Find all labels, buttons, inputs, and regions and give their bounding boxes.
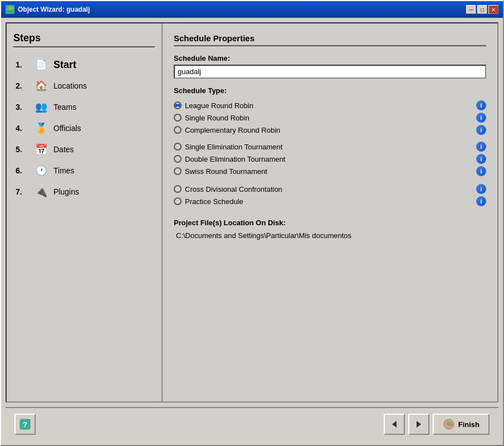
radio-cross-divisional[interactable] — [174, 185, 182, 193]
radio-left-double-elim: Double Elimination Tournament — [174, 155, 285, 163]
radio-row-cross: Cross Divisional Confrontation i — [174, 183, 486, 195]
sidebar-item-start[interactable]: 1. 📄 Start — [13, 54, 155, 75]
section-title: Schedule Properties — [174, 33, 486, 46]
main-window: 🧩 Object Wizard: guadalj ─ □ ✕ Steps 1. … — [0, 0, 504, 446]
finish-icon: 🏁 — [443, 418, 455, 430]
times-icon: 🕐 — [33, 163, 49, 178]
radio-complementary-round-robin[interactable] — [174, 126, 182, 134]
radio-label-single: Single Round Robin — [185, 114, 249, 122]
radio-label-league: League Round Robin — [185, 101, 253, 110]
svg-marker-3 — [417, 421, 421, 428]
finish-label: Finish — [458, 420, 479, 429]
radio-left-practice: Practice Schedule — [174, 197, 243, 206]
radio-row-complementary: Complementary Round Robin i — [174, 124, 486, 136]
radio-single-round-robin[interactable] — [174, 114, 182, 122]
schedule-name-label: Schedule Name: — [174, 54, 486, 62]
dates-icon: 📅 — [33, 142, 49, 157]
info-double-elim[interactable]: i — [476, 154, 486, 164]
sidebar-item-plugins[interactable]: 7. 🔌 Plugins — [13, 181, 155, 202]
project-label: Project File(s) Location On Disk: — [174, 219, 486, 227]
step-num-3: 3. — [16, 103, 29, 112]
bottom-right: 🏁 Finish — [384, 414, 490, 435]
titlebar: 🧩 Object Wizard: guadalj ─ □ ✕ — [1, 1, 503, 18]
radio-single-elimination[interactable] — [174, 143, 182, 151]
other-group: Cross Divisional Confrontation i Practic… — [174, 183, 486, 207]
app-icon: 🧩 — [6, 5, 14, 14]
sidebar-item-locations[interactable]: 2. 🏠 Locations — [13, 75, 155, 96]
minimize-button[interactable]: ─ — [466, 5, 476, 14]
officials-icon: 🏅 — [33, 120, 49, 136]
radio-left-single: Single Round Robin — [174, 114, 249, 122]
titlebar-left: 🧩 Object Wizard: guadalj — [6, 5, 90, 14]
radio-row-practice: Practice Schedule i — [174, 195, 486, 207]
sidebar-title: Steps — [13, 32, 155, 47]
step-num-2: 2. — [16, 81, 29, 90]
locations-icon: 🏠 — [33, 78, 49, 94]
project-path: C:\Documents and Settings\Particular\Mis… — [174, 230, 486, 241]
titlebar-buttons: ─ □ ✕ — [466, 5, 498, 14]
radio-double-elimination[interactable] — [174, 155, 182, 163]
step-label-locations: Locations — [53, 81, 87, 90]
forward-button[interactable] — [408, 414, 429, 435]
radio-left-swiss: Swiss Round Tournament — [174, 167, 267, 176]
main-panel: Steps 1. 📄 Start 2. 🏠 Locations 3. 👥 Tea… — [6, 22, 498, 403]
info-league[interactable]: i — [476, 100, 486, 110]
radio-label-complementary: Complementary Round Robin — [185, 126, 280, 134]
step-label-dates: Dates — [53, 145, 74, 154]
radio-left-complementary: Complementary Round Robin — [174, 126, 280, 134]
back-button[interactable] — [384, 414, 405, 435]
right-panel: Schedule Properties Schedule Name: Sched… — [163, 23, 497, 401]
radio-label-double-elim: Double Elimination Tournament — [185, 155, 285, 163]
close-button[interactable]: ✕ — [488, 5, 498, 14]
step-num-1: 1. — [16, 60, 29, 69]
radio-row-double-elim: Double Elimination Tournament i — [174, 153, 486, 165]
schedule-name-input[interactable] — [174, 65, 486, 79]
bottom-bar: ? 🏁 — [6, 407, 498, 440]
step-label-start: Start — [53, 59, 76, 71]
maximize-button[interactable]: □ — [477, 5, 487, 14]
svg-marker-2 — [392, 421, 397, 428]
info-single[interactable]: i — [476, 113, 486, 123]
content-area: Steps 1. 📄 Start 2. 🏠 Locations 3. 👥 Tea… — [1, 18, 503, 445]
teams-icon: 👥 — [33, 99, 49, 115]
step-num-7: 7. — [16, 187, 29, 196]
info-practice[interactable]: i — [476, 196, 486, 206]
finish-button[interactable]: 🏁 Finish — [433, 414, 490, 435]
radio-row-league: League Round Robin i — [174, 99, 486, 112]
forward-icon — [414, 420, 423, 429]
step-num-6: 6. — [16, 166, 29, 175]
svg-text:🏁: 🏁 — [446, 421, 453, 428]
sidebar-item-times[interactable]: 6. 🕐 Times — [13, 160, 155, 181]
sidebar-item-teams[interactable]: 3. 👥 Teams — [13, 96, 155, 118]
radio-row-single: Single Round Robin i — [174, 112, 486, 124]
radio-practice-schedule[interactable] — [174, 197, 182, 205]
step-label-times: Times — [53, 166, 75, 175]
info-cross[interactable]: i — [476, 184, 486, 194]
step-num-5: 5. — [16, 145, 29, 154]
radio-swiss-round[interactable] — [174, 167, 182, 175]
step-label-teams: Teams — [53, 103, 76, 112]
plugins-icon: 🔌 — [33, 184, 49, 200]
radio-label-single-elim: Single Elimination Tournament — [185, 143, 282, 151]
help-icon: ? — [19, 418, 31, 430]
radio-left-single-elim: Single Elimination Tournament — [174, 143, 282, 151]
info-swiss[interactable]: i — [476, 166, 486, 176]
info-single-elim[interactable]: i — [476, 142, 486, 152]
radio-league-round-robin[interactable] — [174, 101, 182, 109]
sidebar: Steps 1. 📄 Start 2. 🏠 Locations 3. 👥 Tea… — [7, 23, 163, 401]
window-title: Object Wizard: guadalj — [18, 6, 90, 13]
back-icon — [390, 420, 399, 429]
schedule-type-label: Schedule Type: — [174, 86, 486, 95]
radio-row-swiss: Swiss Round Tournament i — [174, 165, 486, 177]
step-label-plugins: Plugins — [53, 187, 79, 196]
sidebar-item-dates[interactable]: 5. 📅 Dates — [13, 139, 155, 160]
svg-text:?: ? — [23, 420, 27, 429]
start-icon: 📄 — [33, 57, 49, 72]
elimination-group: Single Elimination Tournament i Double E… — [174, 140, 486, 177]
radio-label-cross: Cross Divisional Confrontation — [185, 185, 282, 193]
info-complementary[interactable]: i — [476, 125, 486, 135]
help-button[interactable]: ? — [14, 414, 36, 435]
step-label-officials: Officials — [53, 124, 81, 133]
sidebar-item-officials[interactable]: 4. 🏅 Officials — [13, 118, 155, 139]
radio-label-swiss: Swiss Round Tournament — [185, 167, 267, 176]
